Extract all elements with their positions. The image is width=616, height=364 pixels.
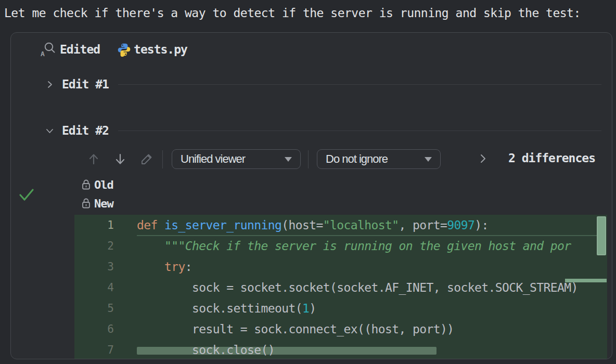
edit-2-expander[interactable]: Edit #2 — [45, 123, 602, 138]
change-edge-marker — [565, 279, 607, 282]
card-header: A Edited tests.py — [40, 41, 187, 58]
code-text: sock.settimeout(1) — [137, 298, 316, 319]
edit-pencil-button[interactable] — [139, 151, 155, 167]
screen: Let me check if there's a way to detect … — [0, 0, 616, 364]
toolbar-separator — [162, 150, 163, 168]
code-text: """Check if the server is running on the… — [137, 236, 571, 256]
diff-toolbar: Unified viewer Do not ignore 2 differenc… — [11, 149, 612, 170]
code-line: 4 sock = socket.socket(socket.AF_INET, s… — [74, 277, 607, 298]
previous-difference-button[interactable] — [86, 151, 101, 167]
chevron-down-icon — [45, 126, 54, 135]
code-lines: 1def is_server_running(host="localhost",… — [74, 215, 607, 359]
assistant-message: Let me check if there's a way to detect … — [4, 6, 581, 20]
lock-icon — [81, 179, 91, 191]
whitespace-ignore-value: Do not ignore — [326, 152, 388, 166]
code-text: def is_server_running(host="localhost", … — [137, 215, 489, 236]
chevron-down-icon — [425, 157, 432, 162]
accepted-check-icon — [18, 187, 35, 203]
line-number: 4 — [74, 277, 114, 298]
line-number: 1 — [74, 215, 114, 236]
line-number: 7 — [74, 340, 114, 359]
whitespace-ignore-dropdown[interactable]: Do not ignore — [317, 149, 441, 169]
code-line: 7 sock.close() — [74, 340, 607, 359]
line-number: 3 — [74, 256, 114, 277]
line-number: 6 — [74, 319, 114, 340]
differences-count: 2 differences — [508, 151, 595, 165]
code-text: sock = socket.socket(socket.AF_INET, soc… — [137, 277, 578, 298]
edited-rename-icon: A — [40, 41, 56, 58]
code-text: sock.close() — [137, 340, 275, 359]
code-line: 2 """Check if the server is running on t… — [74, 236, 607, 256]
edit-1-expander[interactable]: Edit #1 — [45, 77, 602, 92]
viewer-mode-dropdown[interactable]: Unified viewer — [172, 149, 301, 169]
new-version-row: New — [81, 197, 113, 210]
chevron-right-icon — [45, 80, 54, 89]
diff-code-area: 1def is_server_running(host="localhost",… — [74, 215, 607, 359]
viewer-mode-value: Unified viewer — [181, 152, 245, 166]
new-label: New — [94, 197, 113, 210]
line-number: 5 — [74, 298, 114, 319]
expand-differences-chevron[interactable] — [478, 152, 487, 165]
toolbar-separator — [308, 150, 309, 168]
edited-label: Edited — [60, 43, 100, 56]
code-text: result = sock.connect_ex((host, port)) — [137, 319, 454, 340]
code-line: 1def is_server_running(host="localhost",… — [74, 215, 607, 236]
code-line: 3 try: — [74, 256, 607, 277]
divider — [118, 131, 601, 131]
svg-text:A: A — [41, 50, 45, 58]
next-difference-button[interactable] — [112, 151, 128, 167]
line-number: 2 — [74, 236, 114, 256]
old-label: Old — [94, 178, 113, 191]
filename: tests.py — [134, 43, 187, 56]
lock-icon — [81, 198, 91, 210]
code-line: 6 result = sock.connect_ex((host, port)) — [74, 319, 607, 340]
vertical-scrollbar-thumb[interactable] — [597, 216, 606, 255]
code-text: try: — [137, 256, 192, 277]
divider — [118, 84, 601, 85]
python-file-icon — [117, 43, 131, 57]
chevron-down-icon — [285, 157, 292, 162]
edit-2-label: Edit #2 — [62, 124, 109, 137]
caret-line-underline — [137, 235, 598, 236]
old-version-row: Old — [81, 178, 113, 191]
edited-file-card: A Edited tests.py Edit #1 — [10, 32, 612, 359]
code-line: 5 sock.settimeout(1) — [74, 298, 607, 319]
edit-1-label: Edit #1 — [62, 77, 109, 91]
